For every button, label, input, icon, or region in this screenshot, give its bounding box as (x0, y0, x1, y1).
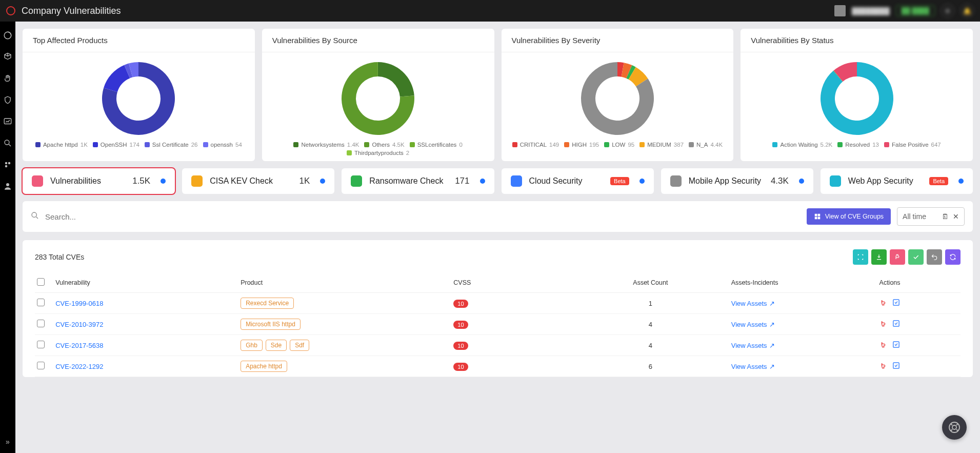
legend-item[interactable]: SSLcertificates0 (410, 142, 463, 148)
expand-sidebar-icon[interactable]: » (6, 438, 10, 446)
row-checkbox[interactable] (37, 299, 45, 306)
avatar[interactable] (834, 5, 846, 16)
gear-icon[interactable]: ⚙ (941, 4, 954, 17)
legend-item[interactable]: openssh54 (203, 142, 242, 148)
row-checkbox[interactable] (37, 320, 45, 327)
nav-search-icon[interactable] (3, 139, 12, 148)
donut-chart[interactable] (747, 57, 967, 140)
check-square-icon[interactable] (892, 362, 900, 371)
column-header[interactable]: Vulnerability (53, 273, 238, 293)
donut-chart[interactable] (29, 57, 249, 140)
nav-hand-icon[interactable] (3, 74, 12, 83)
view-cve-groups-button[interactable]: View of CVE Groups (807, 208, 891, 225)
info-icon[interactable] (320, 179, 325, 184)
thumbs-down-icon[interactable] (879, 362, 887, 371)
product-chip[interactable]: Apache httpd (241, 361, 287, 372)
nav-shield-icon[interactable] (3, 95, 12, 105)
column-header[interactable]: Asset Count (572, 273, 729, 293)
column-header[interactable]: Product (238, 273, 451, 293)
category-tab[interactable]: Web App Security Beta (821, 168, 973, 194)
view-assets-link[interactable]: View Assets↗ (731, 300, 775, 307)
search-input[interactable] (45, 212, 801, 221)
column-header[interactable]: Actions (877, 273, 961, 293)
view-assets-link[interactable]: View Assets↗ (731, 342, 775, 349)
category-tab[interactable]: Vulnerabilities 1.5K (23, 168, 175, 194)
row-checkbox[interactable] (37, 341, 45, 348)
svg-rect-1 (4, 119, 11, 124)
thumbs-down-icon[interactable] (879, 341, 887, 350)
cvss-badge: 10 (453, 342, 468, 350)
nav-dashboard-icon[interactable] (3, 31, 12, 40)
search-bar: View of CVE Groups All time 🗓 ✕ (23, 201, 973, 232)
info-icon[interactable] (480, 179, 485, 184)
product-chip[interactable]: Ghb (241, 340, 263, 351)
legend-item[interactable]: N_A4.4K (689, 142, 723, 148)
select-all-checkbox[interactable] (37, 278, 45, 286)
thumbs-down-icon[interactable] (879, 299, 887, 308)
legend-item[interactable]: OpenSSH174 (93, 142, 139, 148)
cve-link[interactable]: CVE-2017-5638 (55, 342, 103, 349)
column-header[interactable]: CVSS (451, 273, 572, 293)
cve-link[interactable]: CVE-2022-1292 (55, 363, 103, 370)
approve-button[interactable] (908, 249, 924, 265)
asset-count: 1 (572, 293, 729, 314)
product-chip[interactable]: Sde (266, 340, 287, 351)
legend-item[interactable]: LOW95 (604, 142, 634, 148)
legend-item[interactable]: Resolved13 (837, 142, 879, 148)
date-filter[interactable]: All time 🗓 ✕ (897, 207, 965, 226)
nav-cube-icon[interactable] (3, 52, 12, 62)
refresh-button[interactable] (945, 249, 961, 265)
legend-item[interactable]: HIGH195 (564, 142, 599, 148)
legend-item[interactable]: Ssl Certificate26 (145, 142, 198, 148)
tab-label: Vulnerabilities (50, 176, 101, 186)
nav-settings-icon[interactable] (3, 160, 12, 169)
legend-item[interactable]: Action Waiting5.2K (772, 142, 832, 148)
donut-chart[interactable] (508, 57, 728, 140)
category-tab[interactable]: CISA KEV Check 1K (182, 168, 334, 194)
cve-link[interactable]: CVE-2010-3972 (55, 321, 103, 328)
scan-button[interactable] (853, 249, 868, 265)
info-icon[interactable] (958, 179, 964, 184)
cve-link[interactable]: CVE-1999-0618 (55, 300, 103, 307)
check-square-icon[interactable] (892, 299, 900, 308)
tab-color-icon (191, 175, 203, 187)
cve-table-panel: 283 Total CVEs VulnerabilityProductCVSSA… (23, 240, 973, 377)
nav-chart-icon[interactable] (3, 117, 12, 126)
check-square-icon[interactable] (892, 320, 900, 329)
donut-chart[interactable] (268, 57, 488, 140)
category-tab[interactable]: Cloud Security Beta (502, 168, 654, 194)
product-chip[interactable]: Sdf (290, 340, 309, 351)
legend-item[interactable]: Networksystems1.4K (293, 142, 359, 148)
legend-item[interactable]: CRITICAL149 (512, 142, 559, 148)
legend-item[interactable]: False Positive647 (884, 142, 941, 148)
category-tab[interactable]: Ransomware Check 171 (342, 168, 494, 194)
row-checkbox[interactable] (37, 362, 45, 369)
info-icon[interactable] (799, 179, 804, 184)
info-icon[interactable] (639, 179, 645, 184)
nav-user-icon[interactable] (3, 182, 12, 191)
info-icon[interactable] (161, 179, 166, 184)
download-button[interactable] (871, 249, 887, 265)
reject-button[interactable] (890, 249, 905, 265)
tab-label: Ransomware Check (369, 176, 443, 186)
legend-item[interactable]: Others4.5K (364, 142, 404, 148)
undo-button[interactable] (927, 249, 942, 265)
external-link-icon: ↗ (769, 363, 775, 370)
product-chip[interactable]: Microsoft IIS httpd (241, 319, 301, 330)
asset-count: 4 (572, 335, 729, 356)
bell-icon[interactable]: 🔔 (961, 4, 974, 17)
column-header[interactable]: Assets-Incidents (729, 273, 877, 293)
clear-date-icon[interactable]: ✕ (953, 212, 959, 221)
thumbs-down-icon[interactable] (879, 320, 887, 329)
category-tab[interactable]: Mobile App Security 4.3K (661, 168, 813, 194)
view-assets-link[interactable]: View Assets↗ (731, 321, 775, 328)
legend-item[interactable]: Apache httpd1K (35, 142, 88, 148)
help-fab[interactable] (942, 415, 967, 440)
product-chip[interactable]: Rexecd Service (241, 298, 294, 309)
view-assets-link[interactable]: View Assets↗ (731, 363, 775, 370)
legend-item[interactable]: MEDIUM387 (639, 142, 684, 148)
legend-item[interactable]: Thirdpartyproducts2 (347, 150, 409, 156)
date-filter-label: All time (903, 212, 926, 221)
status-badge[interactable]: ██ ████ (896, 5, 935, 16)
check-square-icon[interactable] (892, 341, 900, 350)
